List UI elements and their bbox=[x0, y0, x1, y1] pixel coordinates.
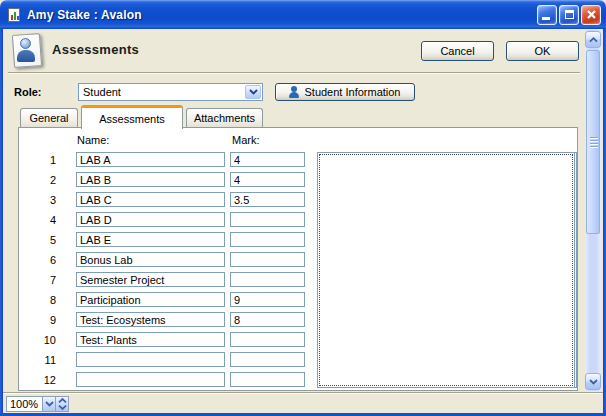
tab-assessments[interactable]: Assessments bbox=[81, 105, 183, 129]
row-number: 12 bbox=[31, 374, 56, 386]
ok-button[interactable]: OK bbox=[506, 41, 579, 61]
statusbar-divider-highlight bbox=[0, 393, 606, 394]
maximize-button[interactable] bbox=[559, 5, 579, 25]
assessment-mark-input[interactable] bbox=[230, 312, 305, 327]
window-border-left bbox=[0, 26, 3, 416]
close-icon bbox=[586, 9, 597, 20]
assessment-mark-input[interactable] bbox=[230, 332, 305, 347]
comments-field[interactable] bbox=[317, 152, 575, 388]
chevron-up-icon bbox=[589, 37, 598, 43]
window-chart-icon[interactable] bbox=[7, 7, 22, 23]
page-title: Assessments bbox=[52, 42, 139, 57]
assessment-mark-input[interactable] bbox=[230, 272, 305, 287]
name-column-header: Name: bbox=[77, 134, 109, 146]
row-number: 3 bbox=[31, 194, 56, 206]
assessment-mark-input[interactable] bbox=[230, 212, 305, 227]
tab-attachments[interactable]: Attachments bbox=[186, 108, 263, 127]
assessment-mark-input[interactable] bbox=[230, 292, 305, 307]
assessment-name-input[interactable] bbox=[76, 372, 225, 387]
assessment-name-input[interactable] bbox=[76, 352, 225, 367]
assessment-mark-input[interactable] bbox=[230, 252, 305, 267]
row-number: 1 bbox=[31, 154, 56, 166]
role-select-arrow-button[interactable] bbox=[245, 85, 261, 99]
row-number: 6 bbox=[31, 254, 56, 266]
role-selected-value: Student bbox=[83, 86, 121, 98]
zoom-level-value: 100% bbox=[7, 397, 42, 411]
assessment-mark-input[interactable] bbox=[230, 372, 305, 387]
chevron-down-icon bbox=[249, 89, 258, 95]
zoom-level-control[interactable]: 100% bbox=[6, 396, 69, 412]
close-button[interactable] bbox=[581, 5, 601, 25]
row-number: 11 bbox=[31, 354, 56, 366]
row-number: 2 bbox=[31, 174, 56, 186]
student-information-label: Student Information bbox=[304, 86, 400, 98]
minimize-icon bbox=[542, 17, 550, 20]
row-number: 5 bbox=[31, 234, 56, 246]
scroll-up-button[interactable] bbox=[585, 31, 601, 48]
tab-general-label: General bbox=[29, 112, 68, 124]
assessment-mark-input[interactable] bbox=[230, 192, 305, 207]
assessments-tab-panel: Name: Mark: Comments: 1 2 3 4 5 bbox=[18, 127, 578, 391]
role-label: Role: bbox=[14, 86, 42, 98]
minimize-button[interactable] bbox=[537, 5, 557, 25]
scrollbar-grip-icon bbox=[590, 137, 598, 149]
header-divider-highlight bbox=[8, 73, 580, 74]
maximize-icon bbox=[565, 10, 574, 19]
assessment-name-input[interactable] bbox=[76, 292, 225, 307]
comments-field-inner bbox=[319, 154, 573, 386]
assessment-name-input[interactable] bbox=[76, 332, 225, 347]
tab-assessments-label: Assessments bbox=[99, 113, 164, 125]
assessment-mark-input[interactable] bbox=[230, 352, 305, 367]
assessment-name-input[interactable] bbox=[76, 192, 225, 207]
assessments-person-icon bbox=[13, 34, 41, 67]
window-title: Amy Stake : Avalon bbox=[27, 8, 537, 22]
tab-general[interactable]: General bbox=[20, 108, 78, 127]
dialog-window: Amy Stake : Avalon Assessments Cancel OK… bbox=[0, 0, 606, 416]
row-number: 4 bbox=[31, 214, 56, 226]
chevron-down-icon bbox=[589, 379, 598, 385]
titlebar: Amy Stake : Avalon bbox=[0, 0, 606, 29]
assessment-name-input[interactable] bbox=[76, 252, 225, 267]
vertical-scrollbar[interactable] bbox=[585, 30, 601, 391]
zoom-stepper[interactable] bbox=[55, 397, 68, 411]
assessment-name-input[interactable] bbox=[76, 152, 225, 167]
assessment-name-input[interactable] bbox=[76, 172, 225, 187]
row-number: 8 bbox=[31, 294, 56, 306]
mark-column-header: Mark: bbox=[232, 134, 260, 146]
chevron-down-icon bbox=[45, 401, 54, 407]
scroll-down-button[interactable] bbox=[585, 373, 601, 390]
student-information-button[interactable]: Student Information bbox=[275, 83, 415, 101]
up-down-arrows-icon bbox=[58, 398, 67, 410]
assessment-name-input[interactable] bbox=[76, 272, 225, 287]
zoom-menu-button[interactable] bbox=[42, 397, 55, 411]
tab-attachments-label: Attachments bbox=[194, 112, 255, 124]
assessment-name-input[interactable] bbox=[76, 232, 225, 247]
assessment-name-input[interactable] bbox=[76, 312, 225, 327]
cancel-button[interactable]: Cancel bbox=[421, 41, 494, 61]
row-number: 9 bbox=[31, 314, 56, 326]
assessment-name-input[interactable] bbox=[76, 212, 225, 227]
scrollbar-thumb[interactable] bbox=[586, 50, 600, 234]
assessment-mark-input[interactable] bbox=[230, 152, 305, 167]
row-number: 10 bbox=[31, 334, 56, 346]
assessment-mark-input[interactable] bbox=[230, 232, 305, 247]
person-icon bbox=[289, 86, 299, 98]
row-number: 7 bbox=[31, 274, 56, 286]
assessment-mark-input[interactable] bbox=[230, 172, 305, 187]
role-select[interactable]: Student bbox=[78, 83, 263, 101]
